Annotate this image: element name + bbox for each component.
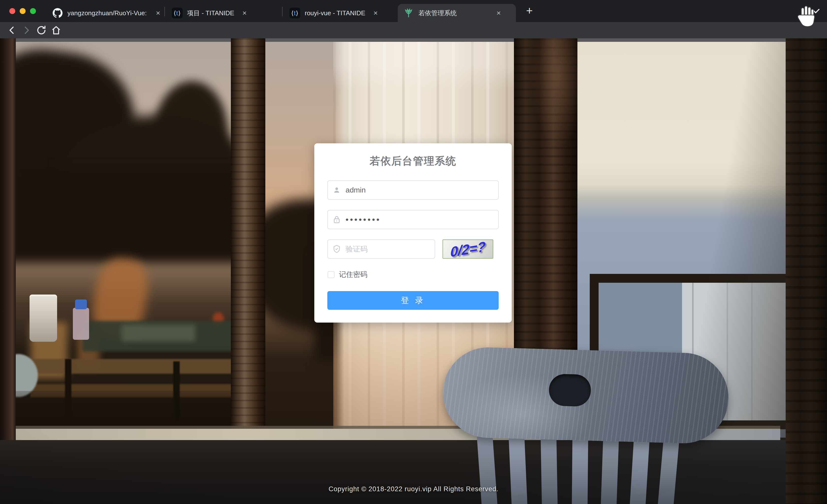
home-icon[interactable]	[49, 23, 63, 38]
captcha-input[interactable]	[346, 242, 441, 257]
tab-titanide-rouyi[interactable]: ⟨t⟩ rouyi-vue - TITANIDE ×	[284, 4, 396, 22]
titanide-icon: ⟨t⟩	[172, 8, 183, 18]
titanide-icon: ⟨t⟩	[289, 8, 300, 18]
close-icon[interactable]: ×	[371, 9, 381, 17]
shield-check-icon	[328, 245, 346, 253]
tab-ruoyi-github[interactable]: yangzongzhuan/RuoYi-Vue: (Ru ×	[47, 4, 162, 22]
username-input[interactable]	[346, 183, 498, 198]
captcha-field[interactable]	[327, 239, 435, 259]
remember-label[interactable]: 记住密码	[339, 270, 368, 280]
login-button[interactable]: 登 录	[327, 291, 499, 310]
browser-window: yangzongzhuan/RuoYi-Vue: (Ru × ⟨t⟩ 项目 - …	[0, 0, 827, 504]
close-icon[interactable]: ×	[154, 9, 162, 17]
tab-titanide-project[interactable]: ⟨t⟩ 项目 - TITANIDE ×	[166, 4, 280, 22]
tab-ruoyi-admin-active[interactable]: 若依管理系统 ×	[398, 4, 516, 22]
login-title: 若依后台管理系统	[314, 154, 512, 168]
close-icon[interactable]: ×	[240, 9, 250, 17]
tab-title: 项目 - TITANIDE	[187, 9, 234, 17]
remember-checkbox[interactable]	[328, 271, 335, 278]
login-card: 若依后台管理系统 0/2=? 记住密码 登 录	[314, 143, 512, 323]
close-icon[interactable]: ×	[494, 9, 503, 17]
remember-row: 记住密码	[328, 270, 368, 280]
window-frame-right	[786, 38, 827, 504]
bench-rail	[23, 359, 231, 374]
tab-title: 若依管理系统	[419, 9, 457, 17]
window-frame-left	[0, 38, 16, 504]
chair-back-rail	[442, 346, 730, 445]
new-tab-button[interactable]: +	[523, 4, 536, 18]
user-icon	[328, 186, 346, 194]
captcha-text: 0/2=?	[450, 239, 486, 259]
hand-cursor-icon	[794, 3, 818, 28]
password-lock-icon	[328, 216, 346, 223]
copyright-text: Copyright © 2018-2022 ruoyi.vip All Righ…	[0, 485, 827, 493]
bottle	[73, 308, 89, 340]
traffic-light-minimize[interactable]	[20, 8, 26, 14]
bottle-cap	[75, 299, 87, 309]
reload-icon[interactable]	[34, 23, 49, 38]
traffic-light-zoom[interactable]	[30, 8, 36, 14]
password-input[interactable]	[346, 212, 498, 227]
tab-title: yangzongzhuan/RuoYi-Vue: (Ru	[67, 9, 148, 17]
tab-separator	[282, 7, 283, 16]
floor	[0, 440, 827, 504]
captcha-image[interactable]: 0/2=?	[443, 239, 493, 259]
browser-toolbar: 8081-rouyi-vue-demo.cloud.titanide.cn/lo…	[0, 22, 827, 38]
tab-title: rouyi-vue - TITANIDE	[305, 9, 365, 17]
traffic-light-close[interactable]	[9, 8, 15, 14]
github-icon	[52, 8, 63, 18]
password-field[interactable]	[327, 210, 499, 229]
back-icon[interactable]	[4, 23, 19, 38]
tab-separator	[164, 7, 165, 16]
chair-handle-hole	[549, 374, 591, 407]
paper-cup	[30, 294, 57, 342]
ruoyi-leaf-icon	[403, 8, 414, 18]
window-pane-left	[16, 42, 231, 438]
forward-icon[interactable]	[19, 23, 34, 38]
username-field[interactable]	[327, 180, 499, 200]
tab-strip: yangzongzhuan/RuoYi-Vue: (Ru × ⟨t⟩ 项目 - …	[0, 0, 827, 22]
